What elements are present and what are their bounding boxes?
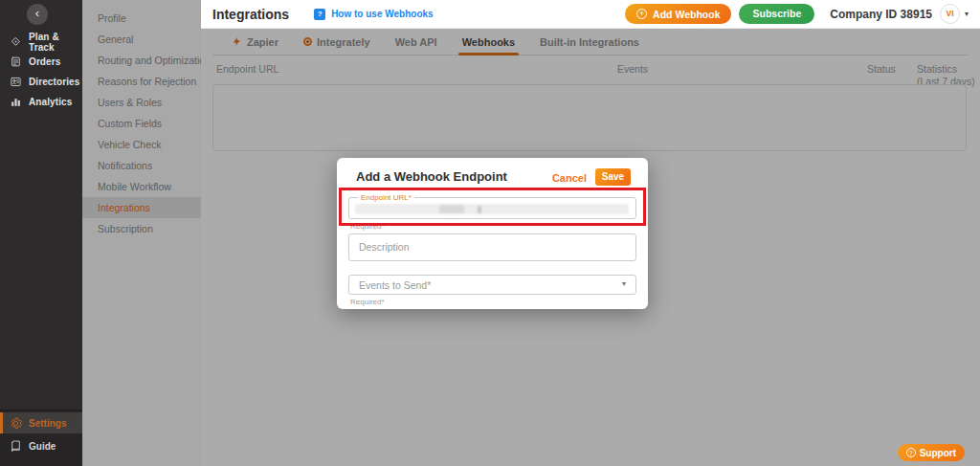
sidebar-item-settings[interactable]: Settings [0, 412, 82, 433]
user-avatar[interactable]: VI [940, 4, 960, 24]
help-link-label: How to use Webhooks [331, 9, 434, 19]
page-title: Integrations [212, 7, 289, 22]
modal-title: Add a Webhook Endpoint [356, 169, 507, 184]
gear-icon [10, 417, 22, 430]
sidebar-collapse-button[interactable]: ‹ [27, 4, 48, 25]
endpoint-url-field[interactable]: Endpoint URL* [348, 197, 636, 219]
redacted-url-value [355, 204, 629, 214]
sidebar-item-label: Plan & Track [29, 32, 82, 53]
help-icon: ? [314, 9, 325, 20]
endpoint-url-label: Endpoint URL* [358, 193, 414, 202]
directories-icon [10, 76, 22, 88]
plus-circle-icon: + [636, 9, 647, 19]
cancel-button[interactable]: Cancel [552, 172, 587, 184]
top-bar: Integrations ? How to use Webhooks + Add… [201, 0, 980, 29]
sidebar-footer: Settings Guide [0, 410, 82, 466]
primary-sidebar: ‹ Plan & Track Orders [0, 0, 82, 466]
endpoint-url-required-hint: Required* [350, 222, 385, 231]
book-icon [10, 440, 22, 453]
description-placeholder: Description [359, 241, 410, 253]
support-button[interactable]: ? Support [898, 444, 965, 461]
sidebar-item-plan-track[interactable]: Plan & Track [0, 32, 82, 52]
sidebar-item-guide[interactable]: Guide [0, 433, 82, 458]
sidebar-item-orders[interactable]: Orders [0, 52, 82, 72]
support-label: Support [920, 448, 956, 458]
dropdown-caret-icon: ▾ [622, 279, 626, 288]
user-menu-caret-icon[interactable]: ▾ [965, 10, 969, 18]
app-window: ‹ Plan & Track Orders [0, 0, 980, 466]
analytics-icon [10, 96, 22, 108]
plan-track-icon [10, 35, 22, 48]
sidebar-item-label: Analytics [29, 97, 72, 107]
sidebar-item-label: Orders [29, 56, 60, 67]
sidebar-item-directories[interactable]: Directories [0, 72, 82, 92]
add-webhook-modal: Add a Webhook Endpoint Cancel Save Endpo… [337, 158, 648, 309]
sidebar-item-analytics[interactable]: Analytics [0, 92, 82, 112]
how-to-use-webhooks-link[interactable]: ? How to use Webhooks [314, 9, 434, 20]
events-to-send-select[interactable]: Events to Send* ▾ [348, 275, 636, 295]
company-id-label: Company ID 38915 [830, 8, 932, 21]
orders-icon [10, 55, 22, 68]
sidebar-item-label: Guide [29, 441, 56, 452]
question-circle-icon: ? [906, 448, 916, 457]
description-field[interactable]: Description [348, 233, 636, 261]
events-required-hint: Required* [350, 298, 385, 306]
add-webhook-button[interactable]: + Add Webhook [625, 4, 731, 24]
save-button[interactable]: Save [595, 168, 631, 186]
add-webhook-label: Add Webhook [653, 9, 720, 20]
sidebar-item-label: Directories [29, 77, 79, 87]
events-placeholder: Events to Send* [359, 279, 431, 291]
sidebar-item-label: Settings [29, 418, 66, 429]
subscribe-button[interactable]: Subscribe [739, 4, 814, 24]
